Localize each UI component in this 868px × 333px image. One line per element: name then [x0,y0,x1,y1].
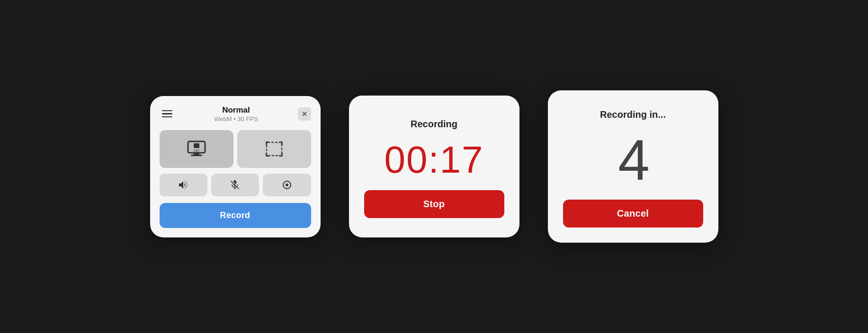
recorder-panel: Normal WebM • 30 FPS ✕ [150,96,321,237]
svg-rect-3 [194,143,199,148]
svg-point-15 [286,184,288,186]
svg-rect-7 [266,141,267,145]
region-capture-button[interactable] [237,130,311,168]
mic-button[interactable] [211,174,259,196]
close-button[interactable]: ✕ [298,107,311,121]
recording-status-label: Recording [411,119,457,130]
timer-display: 00:17 [384,141,483,179]
panels-container: Normal WebM • 30 FPS ✕ [150,90,718,243]
cursor-button[interactable] [263,174,311,196]
record-button[interactable]: Record [160,203,311,228]
svg-rect-4 [194,149,199,152]
svg-rect-9 [281,141,283,145]
countdown-display: 4 [618,131,648,188]
region-capture-icon [264,139,285,159]
speaker-button[interactable] [160,174,207,196]
audio-controls [160,174,311,196]
screen-capture-button[interactable] [160,130,233,168]
cancel-button[interactable]: Cancel [563,200,703,228]
svg-rect-11 [266,153,267,157]
cursor-icon [281,179,293,191]
stop-button[interactable]: Stop [364,190,504,218]
mic-muted-icon [229,179,241,191]
screen-capture-icon [186,139,207,159]
svg-rect-1 [194,153,199,155]
recording-in-label: Recording in... [600,109,666,120]
recording-panel: Recording 00:17 Stop [349,96,519,237]
svg-rect-13 [281,153,283,157]
svg-rect-2 [191,155,202,156]
svg-rect-5 [267,142,282,156]
profile-name: Normal [214,105,258,115]
capture-modes [160,130,311,168]
panel-header: Normal WebM • 30 FPS ✕ [160,105,311,123]
profile-subtitle: WebM • 30 FPS [214,115,258,123]
countdown-panel: Recording in... 4 Cancel [548,90,718,243]
speaker-icon [178,179,189,191]
title-block: Normal WebM • 30 FPS [214,105,258,123]
menu-button[interactable] [160,106,175,122]
